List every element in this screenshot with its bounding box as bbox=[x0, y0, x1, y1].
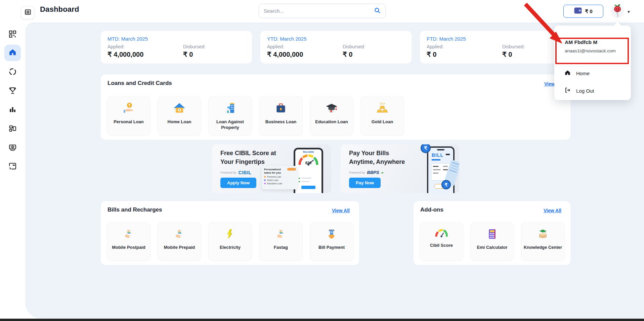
loan-against-property-icon bbox=[224, 102, 237, 116]
dashboard-app: Dashboard ₹ 0 bbox=[0, 0, 644, 321]
emi-calculator-icon bbox=[486, 228, 498, 241]
sidebar-item-progress[interactable] bbox=[8, 68, 17, 77]
qr-code-icon bbox=[8, 30, 17, 40]
dropdown-item-home[interactable]: Home bbox=[554, 66, 631, 80]
tile-gold-loan[interactable]: Gold Loan bbox=[360, 96, 404, 136]
cash-icon bbox=[8, 143, 17, 153]
tile-knowledge-center[interactable]: Knowledge Center bbox=[521, 222, 565, 261]
bills-section-title: Bills and Recharges bbox=[108, 207, 162, 213]
tile-mobile-postpaid[interactable]: Mobile Postpaid bbox=[107, 222, 151, 261]
cibil-apply-now-button[interactable]: Apply Now bbox=[220, 178, 256, 188]
applied-value: ₹ 4,000,000 bbox=[267, 50, 303, 58]
powered-by-label: Powered by bbox=[220, 171, 237, 174]
search-icon[interactable] bbox=[374, 7, 381, 15]
tile-electricity[interactable]: Electricity bbox=[208, 222, 252, 261]
tile-cibil-score[interactable]: Cibil Score bbox=[420, 222, 463, 261]
electricity-icon bbox=[224, 228, 236, 241]
personalised-item: Personal Loan bbox=[267, 176, 281, 178]
bbps-banner: Pay Your Bills Anytime, Anywhere Powered… bbox=[341, 144, 459, 193]
sidebar-item-qr[interactable] bbox=[8, 30, 17, 39]
addons-section-title: Add-ons bbox=[420, 207, 443, 213]
tile-education-loan[interactable]: Education Loan bbox=[310, 96, 353, 136]
bbps-pay-now-button[interactable]: Pay Now bbox=[349, 178, 381, 188]
personalised-loans-title: Personalised loans for you bbox=[264, 168, 288, 175]
sidebar-item-home[interactable] bbox=[8, 48, 17, 57]
sidebar-item-rewards[interactable] bbox=[8, 87, 17, 96]
tile-home-loan[interactable]: Home Loan bbox=[158, 96, 201, 136]
tile-personal-loan[interactable]: ₹ Personal Loan bbox=[107, 96, 151, 136]
search-input[interactable] bbox=[264, 8, 374, 14]
cibil-banner-title-2: Your Fingertips bbox=[220, 158, 265, 166]
cibil-banner-title-1: Free CIBIL Score at bbox=[220, 150, 276, 157]
disbursed-value: ₹ 0 bbox=[343, 50, 365, 58]
sidebar bbox=[0, 0, 25, 321]
tile-bill-payment[interactable]: Bill Payment bbox=[310, 222, 353, 261]
tile-mobile-prepaid[interactable]: Mobile Prepaid bbox=[158, 222, 201, 261]
disbursed-value: ₹ 0 bbox=[502, 50, 525, 58]
bbps-banner-title-2: Anytime, Anywhere bbox=[349, 158, 405, 166]
business-loan-icon bbox=[274, 102, 287, 116]
dropdown-item-label: Home bbox=[576, 71, 590, 76]
personalised-item: Education Loan bbox=[267, 182, 282, 185]
bar-chart-icon bbox=[8, 105, 17, 115]
sidebar-toggle-button[interactable] bbox=[21, 6, 34, 19]
tile-label: Cibil Score bbox=[428, 243, 455, 248]
knowledge-cast-icon bbox=[8, 162, 17, 172]
stat-card-ytd: YTD: March 2025 Applied: ₹ 4,000,000 Dis… bbox=[260, 31, 412, 63]
addons-view-all-link[interactable]: View All bbox=[544, 208, 561, 213]
tile-label: Electricity bbox=[218, 245, 243, 250]
gold-loan-icon bbox=[376, 102, 389, 116]
cibil-banner: Free CIBIL Score at Your Fingertips Powe… bbox=[212, 144, 331, 193]
home-loan-icon bbox=[173, 102, 186, 116]
layout-icon bbox=[8, 124, 17, 134]
sidebar-item-reports[interactable] bbox=[8, 105, 17, 114]
sidebar-item-knowledge[interactable] bbox=[8, 162, 17, 171]
tile-emi-calculator[interactable]: Emi Calculator bbox=[470, 222, 514, 261]
tile-label: Bill Payment bbox=[316, 245, 347, 250]
tile-label: Mobile Prepaid bbox=[162, 245, 197, 250]
wallet-button[interactable]: ₹ 0 bbox=[563, 5, 603, 18]
bills-view-all-link[interactable]: View All bbox=[332, 208, 350, 213]
bbps-accent-mark: ▰ bbox=[381, 171, 384, 174]
applied-value: ₹ 4,000,000 bbox=[108, 50, 143, 58]
tile-label: Mobile Postpaid bbox=[110, 245, 147, 250]
page-title: Dashboard bbox=[40, 5, 79, 14]
tile-label: Fastag bbox=[272, 245, 290, 250]
dropdown-item-label: Log Out bbox=[576, 88, 594, 94]
dropdown-caret bbox=[614, 21, 621, 26]
main-content-panel bbox=[25, 23, 644, 319]
progress-circle-icon bbox=[8, 67, 17, 77]
personal-loan-icon: ₹ bbox=[122, 102, 135, 116]
dropdown-item-logout[interactable]: Log Out bbox=[554, 84, 631, 97]
stat-card-ftd: FTD: March 2025 Applied: ₹ 0 Disbursed: … bbox=[420, 31, 571, 63]
disbursed-label: Disbursed: bbox=[343, 44, 365, 49]
sidebar-item-payouts[interactable] bbox=[8, 143, 17, 152]
tile-fastag[interactable]: Fastag bbox=[259, 222, 303, 261]
user-avatar[interactable] bbox=[611, 4, 624, 18]
window-bottom-edge bbox=[0, 319, 644, 321]
tile-label: Home Loan bbox=[166, 119, 194, 125]
disbursed-label: Disbursed: bbox=[502, 44, 525, 49]
rupee-coin-icon: ₹ bbox=[441, 180, 451, 189]
profile-caret-icon[interactable]: ▼ bbox=[627, 10, 631, 14]
phone-cta-pill bbox=[301, 186, 315, 189]
tile-loan-against-property[interactable]: Loan Against Property bbox=[208, 96, 252, 136]
sidebar-item-services[interactable] bbox=[8, 125, 17, 134]
trophy-icon bbox=[8, 86, 17, 96]
tile-label: Emi Calculator bbox=[475, 245, 509, 250]
tile-business-loan[interactable]: Business Loan bbox=[259, 96, 303, 136]
bill-text: BILL bbox=[432, 152, 443, 158]
education-loan-icon bbox=[325, 102, 338, 116]
powered-by-label: Powered by bbox=[349, 171, 365, 174]
personalised-item: Home Loan bbox=[267, 179, 278, 181]
radish-avatar-icon bbox=[612, 4, 623, 18]
disbursed-label: Disbursed: bbox=[183, 44, 206, 49]
tile-label: Business Loan bbox=[263, 119, 298, 125]
list-menu-icon bbox=[24, 8, 32, 17]
cibil-score-value: 820 bbox=[295, 161, 321, 165]
tile-label: Education Loan bbox=[313, 119, 350, 125]
home-icon bbox=[8, 48, 17, 58]
stat-period: YTD: March 2025 bbox=[267, 36, 405, 42]
svg-text:₹: ₹ bbox=[129, 103, 131, 107]
loans-section-title: Loans and Credit Cards bbox=[108, 80, 172, 87]
